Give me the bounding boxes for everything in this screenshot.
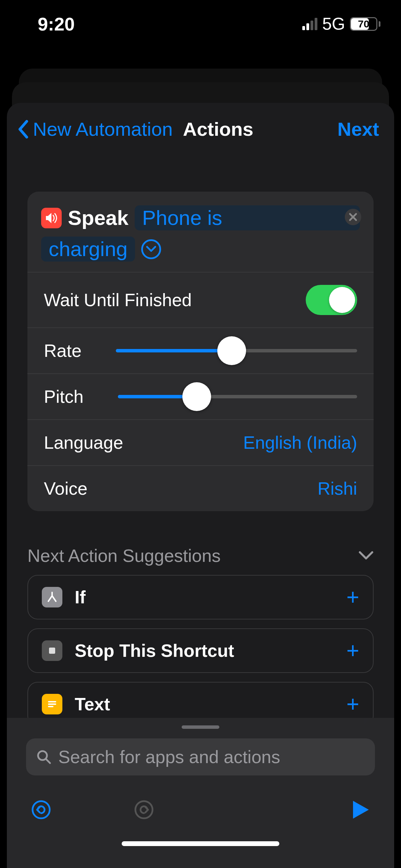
text-icon — [42, 694, 62, 714]
suggestions-header[interactable]: Next Action Suggestions — [27, 545, 374, 566]
svg-line-10 — [46, 759, 50, 763]
svg-point-12 — [135, 801, 153, 818]
pitch-slider[interactable] — [118, 395, 357, 398]
svg-rect-5 — [49, 648, 55, 654]
search-input[interactable]: Search for apps and actions — [26, 738, 375, 775]
language-label: Language — [44, 432, 123, 453]
collapse-action-button[interactable] — [141, 239, 161, 259]
suggestions-title: Next Action Suggestions — [27, 545, 221, 566]
network-type: 5G — [322, 14, 345, 34]
svg-point-11 — [33, 801, 50, 818]
pitch-label: Pitch — [44, 386, 84, 407]
rate-label: Rate — [44, 340, 82, 361]
redo-icon — [134, 799, 154, 820]
language-value: English (India) — [243, 432, 357, 453]
actions-sheet: New Automation Actions Next Speak Phone … — [7, 103, 394, 868]
speak-text-token-2[interactable]: charging — [41, 237, 135, 262]
undo-icon — [31, 799, 51, 820]
bottom-toolbar — [7, 789, 394, 823]
stop-icon — [42, 640, 62, 661]
home-indicator[interactable] — [122, 841, 279, 846]
action-header: Speak Phone is charging — [27, 192, 374, 272]
chevron-left-icon — [17, 120, 29, 138]
play-icon — [352, 799, 370, 820]
add-icon: + — [347, 691, 359, 717]
language-row[interactable]: Language English (India) — [27, 419, 374, 465]
navigation-bar: New Automation Actions Next — [7, 103, 394, 150]
voice-value: Rishi — [317, 478, 357, 499]
svg-marker-13 — [353, 801, 369, 819]
redo-button — [134, 799, 154, 820]
status-bar: 9:20 5G 70 — [0, 0, 401, 48]
undo-button[interactable] — [31, 799, 51, 820]
battery-percent: 70 — [351, 18, 376, 30]
wait-label: Wait Until Finished — [44, 290, 192, 310]
suggestion-stop[interactable]: Stop This Shortcut + — [27, 628, 374, 673]
cellular-signal-icon — [302, 18, 317, 30]
speak-text-token-1[interactable]: Phone is — [135, 205, 360, 230]
chevron-down-icon — [359, 551, 374, 560]
search-sheet: Search for apps and actions — [7, 718, 394, 868]
search-placeholder: Search for apps and actions — [58, 747, 280, 767]
add-icon: + — [347, 584, 359, 610]
run-button[interactable] — [352, 799, 370, 820]
voice-label: Voice — [44, 478, 87, 499]
close-icon — [349, 213, 357, 221]
page-title: Actions — [183, 118, 253, 140]
speak-action-card: Speak Phone is charging Wait Until Finis… — [27, 192, 374, 511]
drag-handle[interactable] — [182, 725, 219, 729]
next-button[interactable]: Next — [338, 118, 379, 140]
search-icon — [36, 749, 51, 764]
add-icon: + — [347, 638, 359, 663]
svg-line-3 — [48, 596, 52, 601]
remove-action-button[interactable] — [345, 209, 361, 225]
suggestion-label: Stop This Shortcut — [75, 640, 334, 661]
branch-icon — [42, 587, 62, 607]
suggestion-label: If — [75, 587, 334, 607]
status-right: 5G 70 — [302, 14, 380, 34]
pitch-row: Pitch — [27, 373, 374, 419]
back-button[interactable]: New Automation Actions — [17, 118, 253, 140]
wait-toggle[interactable] — [306, 285, 357, 315]
suggestion-if[interactable]: If + — [27, 575, 374, 619]
voice-row[interactable]: Voice Rishi — [27, 465, 374, 511]
svg-line-4 — [52, 596, 56, 601]
battery-indicator: 70 — [350, 17, 380, 31]
rate-row: Rate — [27, 327, 374, 373]
status-time: 9:20 — [38, 13, 75, 35]
chevron-down-icon — [146, 246, 156, 253]
action-name: Speak — [68, 206, 129, 230]
suggestion-label: Text — [75, 694, 334, 714]
speaker-icon — [41, 208, 62, 228]
wait-until-finished-row: Wait Until Finished — [27, 272, 374, 327]
back-label: New Automation — [33, 118, 173, 140]
rate-slider[interactable] — [116, 349, 357, 352]
